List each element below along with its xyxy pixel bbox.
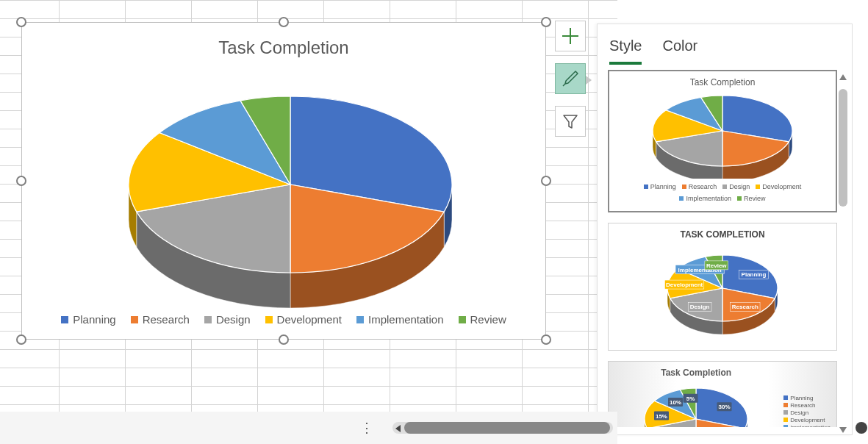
scroll-right-cap-icon[interactable] xyxy=(856,422,867,434)
legend-item: Development xyxy=(756,183,801,190)
funnel-icon xyxy=(561,112,580,131)
svg-text:30%: 30% xyxy=(719,404,731,410)
legend-item: Planning xyxy=(61,313,115,326)
legend-item: Planning xyxy=(783,395,831,401)
style-preview-pie xyxy=(638,90,807,179)
chart-filter-button[interactable] xyxy=(555,106,586,137)
legend-item: Review xyxy=(459,313,506,326)
svg-text:Planning: Planning xyxy=(742,271,767,278)
resize-handle[interactable] xyxy=(279,17,289,27)
legend-item: Implementation xyxy=(679,195,731,202)
chart-style-pane: Style Color Task Completion PlanningRese… xyxy=(597,24,853,435)
scroll-left-arrow-icon[interactable] xyxy=(395,425,401,432)
legend-item: Review xyxy=(737,195,766,202)
legend-item: Development xyxy=(783,417,831,423)
card-legend: PlanningResearchDesignDevelopmentImpleme… xyxy=(783,395,831,428)
chart-style-option-3[interactable]: Task Completion 30%20%20%15%10%5% Planni… xyxy=(608,361,837,427)
hscroll-track[interactable] xyxy=(392,422,613,434)
legend-item: Research xyxy=(783,402,831,409)
paintbrush-icon xyxy=(561,69,580,88)
hscroll-thumb[interactable] xyxy=(404,422,610,434)
pie-chart[interactable] xyxy=(118,74,463,309)
legend-item: Implementation xyxy=(783,424,831,428)
chart-toolbar xyxy=(555,21,586,137)
resize-handle[interactable] xyxy=(541,176,551,186)
svg-text:5%: 5% xyxy=(686,395,695,402)
tab-style[interactable]: Style xyxy=(609,37,642,65)
card-title: Task Completion xyxy=(614,368,778,378)
style-pane-tabs: Style Color xyxy=(598,24,852,65)
chart-styles-button[interactable] xyxy=(555,63,586,94)
sheet-tab-overflow-icon[interactable]: ⋮ xyxy=(360,420,375,436)
tab-color[interactable]: Color xyxy=(662,37,697,65)
chart-object[interactable]: Task Completion PlanningResearchDesignDe… xyxy=(21,22,546,340)
chart-style-option-2[interactable]: TASK COMPLETION PlanningResearchDesignDe… xyxy=(608,223,837,351)
chart-elements-button[interactable] xyxy=(555,21,586,51)
legend-item: Development xyxy=(265,313,342,326)
svg-text:10%: 10% xyxy=(670,399,681,406)
chart-style-option-1[interactable]: Task Completion PlanningResearchDesignDe… xyxy=(608,70,837,212)
legend-item: Planning xyxy=(644,183,676,190)
scroll-down-arrow-icon[interactable] xyxy=(839,427,847,433)
legend-item: Design xyxy=(204,313,251,326)
legend-item: Research xyxy=(131,313,190,326)
resize-handle[interactable] xyxy=(16,176,26,186)
scroll-track[interactable] xyxy=(839,70,847,437)
card-title: TASK COMPLETION xyxy=(614,229,831,240)
resize-handle[interactable] xyxy=(541,17,551,27)
svg-text:15%: 15% xyxy=(656,413,667,420)
style-pane-scrollbar[interactable] xyxy=(839,70,847,437)
card-title: Task Completion xyxy=(615,77,830,87)
plus-icon xyxy=(561,26,580,46)
resize-handle[interactable] xyxy=(541,334,551,345)
scroll-up-arrow-icon[interactable] xyxy=(839,74,847,80)
chart-title[interactable]: Task Completion xyxy=(22,23,545,58)
svg-text:Research: Research xyxy=(732,304,758,310)
svg-text:Development: Development xyxy=(666,282,703,288)
horizontal-scrollbar[interactable]: ⋮ xyxy=(0,412,617,444)
style-gallery: Task Completion PlanningResearchDesignDe… xyxy=(608,70,837,427)
style-preview-pie: PlanningResearchDesignDevelopmentImpleme… xyxy=(649,243,796,338)
resize-handle[interactable] xyxy=(279,334,289,345)
scroll-thumb[interactable] xyxy=(839,89,847,207)
resize-handle[interactable] xyxy=(16,17,26,27)
svg-text:Design: Design xyxy=(690,304,710,310)
style-preview-pie: 30%20%20%15%10%5% xyxy=(634,381,758,427)
card-legend: PlanningResearchDesignDevelopmentImpleme… xyxy=(615,183,830,202)
resize-handle[interactable] xyxy=(16,334,26,345)
legend-item: Design xyxy=(783,409,831,416)
legend-item: Research xyxy=(682,183,717,190)
legend-item: Design xyxy=(722,183,750,190)
legend-item: Implementation xyxy=(356,313,444,326)
svg-text:Review: Review xyxy=(706,262,727,269)
chart-legend[interactable]: PlanningResearchDesignDevelopmentImpleme… xyxy=(22,313,545,326)
callout-pointer-icon xyxy=(586,76,592,85)
